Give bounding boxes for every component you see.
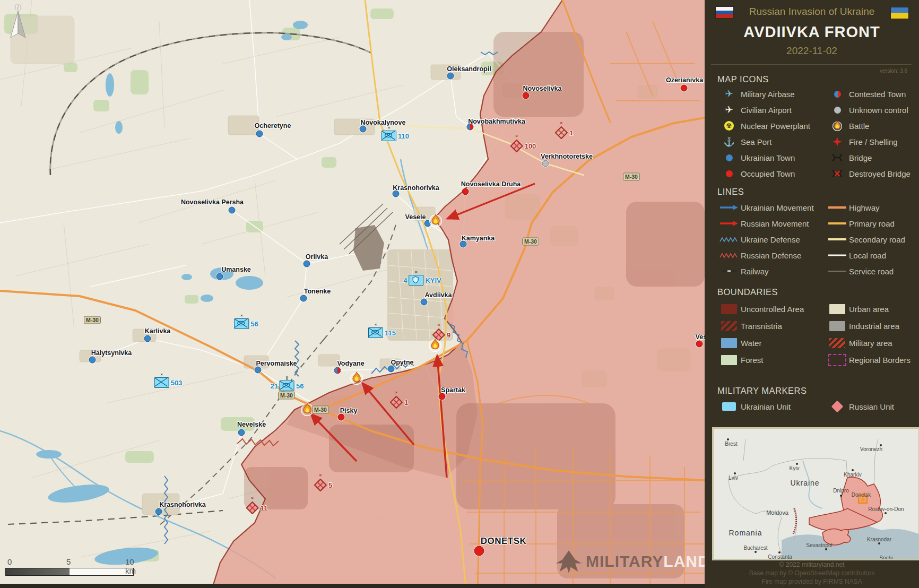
page-title: AVDIIVKA FRONT bbox=[705, 23, 919, 41]
legend-item-occupied-town: Occupied Town bbox=[717, 166, 826, 181]
legend-item-fire-shelling: Fire / Shelling bbox=[826, 134, 919, 150]
secondary-road-icon bbox=[826, 236, 849, 243]
legend-item-destroyed-bridge: Destroyed Bridge bbox=[826, 166, 919, 181]
legend-item-highway: Highway bbox=[826, 200, 919, 215]
russian-movement-arrow bbox=[447, 184, 535, 219]
legend-label: Secondary road bbox=[849, 235, 905, 244]
legend-label: Russian Movement bbox=[741, 219, 809, 228]
regional-borders-icon bbox=[826, 354, 849, 366]
inset-label-city: Voronezh bbox=[860, 446, 882, 452]
legend-item-civilian-airport: ✈Civilian Airport bbox=[717, 102, 826, 118]
legend-label: Railway bbox=[741, 267, 769, 276]
civilian-airport-icon: ✈ bbox=[717, 104, 741, 116]
military-markers-grid: Ukrainian UnitRussian Unit bbox=[717, 399, 919, 414]
russian-unit-icon bbox=[826, 402, 849, 411]
credit-line: Base map by © OpenStreetMap contributors bbox=[705, 569, 919, 577]
inset-city-dot bbox=[852, 469, 854, 471]
legend-label: Transnistria bbox=[741, 322, 782, 331]
legend-label: Contested Town bbox=[849, 90, 906, 99]
legend-label: Local road bbox=[849, 251, 886, 260]
inset-city-dot bbox=[840, 495, 842, 497]
legend-item-movement-ua: Ukrainian Movement bbox=[717, 200, 826, 215]
legend-label: Military area bbox=[849, 339, 892, 348]
urban-area-icon bbox=[826, 304, 849, 314]
watermark-military: MILITARY bbox=[586, 552, 663, 570]
legend-label: Ukrainian Town bbox=[741, 153, 795, 162]
unknown-control-icon bbox=[826, 107, 849, 114]
map-canvas: OleksandropilNovoselivkaOzerianivkaOcher… bbox=[0, 0, 705, 588]
inset-overview-map: BrestVoronezhKyivLvivKharkivUkraineDnipr… bbox=[712, 427, 919, 560]
watermark-land: LAND bbox=[663, 552, 705, 570]
legend-label: Ukraine Defense bbox=[741, 235, 800, 244]
legend-item-regional-borders: Regional Borders bbox=[826, 351, 919, 368]
legend-item-russian-unit: Russian Unit bbox=[826, 399, 919, 414]
inset-label-country: Moldova bbox=[766, 509, 788, 516]
military-airbase-icon: ✈ bbox=[717, 88, 741, 100]
legend-item-forest: Forest bbox=[717, 351, 826, 368]
scale-5: 5 bbox=[66, 557, 71, 566]
legend-item-local-road: Local road bbox=[826, 247, 919, 263]
contested-town-icon bbox=[826, 91, 849, 98]
legend-item-contested-town: Contested Town bbox=[826, 86, 919, 102]
lines-grid: Ukrainian MovementRussian MovementUkrain… bbox=[717, 200, 919, 279]
scale-10: 10 km bbox=[125, 557, 136, 575]
legend-label: Industrial area bbox=[849, 322, 899, 331]
legend-item-urban-area: Urban area bbox=[826, 300, 919, 317]
defense-lines bbox=[164, 52, 498, 544]
legend-item-battle: Battle bbox=[826, 118, 919, 134]
inset-label-country-lg: Ukraine bbox=[790, 479, 819, 487]
section-military-markers: MILITARY MARKERS bbox=[717, 386, 807, 396]
sea-port-icon: ⚓ bbox=[717, 136, 741, 148]
legend-panel: Russian Invasion of Ukraine AVDIIVKA FRO… bbox=[705, 0, 919, 588]
ukrainian-unit-icon bbox=[717, 402, 741, 411]
legend-label: Forest bbox=[741, 356, 764, 365]
water-icon bbox=[717, 338, 741, 348]
inset-label-city: Donetsk bbox=[852, 492, 871, 498]
section-map-icons: MAP ICONS bbox=[717, 74, 769, 84]
legend-item-water: Water bbox=[717, 334, 826, 351]
legend-label: Water bbox=[741, 339, 761, 348]
legend-item-military-airbase: ✈Military Airbase bbox=[717, 86, 826, 102]
industrial-area-icon bbox=[826, 321, 849, 331]
section-lines: LINES bbox=[717, 187, 744, 197]
inset-city-dot bbox=[727, 438, 729, 440]
legend-label: Destroyed Bridge bbox=[849, 169, 911, 178]
legend-label: Primary road bbox=[849, 219, 895, 228]
map-icons-grid: ✈Military Airbase✈Civilian Airport☢Nucle… bbox=[717, 86, 919, 181]
legend-item-ukrainian-unit: Ukrainian Unit bbox=[717, 399, 826, 414]
local-road-icon bbox=[826, 252, 849, 258]
destroyed-bridge-icon bbox=[826, 169, 849, 178]
legend-label: Military Airbase bbox=[741, 90, 795, 99]
brand-watermark: MILITARYLAND bbox=[555, 548, 705, 575]
legend-item-nuclear-powerplant: ☢Nuclear Powerplant bbox=[717, 118, 826, 134]
scale-bar: 0 5 10 km bbox=[5, 557, 134, 576]
scale-bar-dark bbox=[6, 568, 70, 575]
inset-label-country-lg: Romania bbox=[729, 529, 762, 537]
inset-label-city: Kharkiv bbox=[844, 472, 861, 478]
map-overlay bbox=[0, 0, 705, 588]
compass: N bbox=[8, 3, 28, 42]
inset-label-city: Brest bbox=[725, 441, 737, 447]
legend-label: Service road bbox=[849, 267, 894, 276]
inset-city-dot bbox=[825, 548, 827, 550]
legend-item-bridge: Bridge bbox=[826, 150, 919, 166]
legend-item-military-area: Military area bbox=[826, 334, 919, 351]
inset-label-city: Krasnodar bbox=[867, 537, 891, 542]
nuclear-powerplant-icon: ☢ bbox=[717, 121, 741, 131]
defense-ru-icon bbox=[717, 252, 741, 258]
inset-label-city: Lviv bbox=[729, 475, 738, 481]
uncontrolled-area-icon bbox=[717, 304, 741, 314]
movement-ua-icon bbox=[717, 204, 741, 211]
russian-movement-arrows bbox=[311, 184, 535, 478]
service-road-icon bbox=[826, 268, 849, 274]
legend-item-service-road: Service road bbox=[826, 263, 919, 279]
legend-label: Bridge bbox=[849, 153, 872, 162]
inset-city-dot bbox=[755, 551, 757, 553]
legend-item-ukrainian-town: Ukrainian Town bbox=[717, 150, 826, 166]
series-title: Russian Invasion of Ukraine bbox=[705, 6, 919, 18]
legend-item-unknown-control: Unknown control bbox=[826, 102, 919, 118]
map-date: 2022-11-02 bbox=[705, 45, 919, 57]
legend-item-secondary-road: Secondary road bbox=[826, 231, 919, 247]
legend-label: Russian Unit bbox=[849, 402, 894, 411]
inset-label-city: Sochi bbox=[879, 555, 892, 561]
